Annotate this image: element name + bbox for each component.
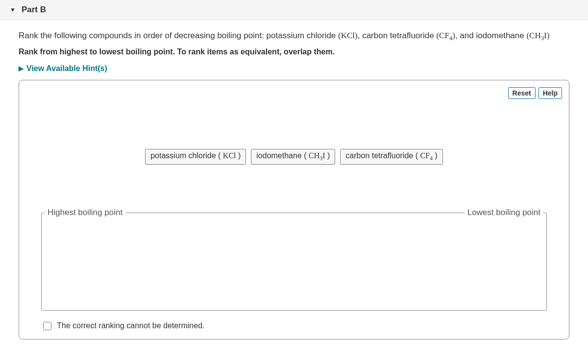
ranking-workspace: Reset Help potassium chloride ( KCl ) io… bbox=[19, 80, 569, 340]
help-button[interactable]: Help bbox=[539, 87, 562, 99]
compound-item-cf4[interactable]: carbon tetrafluoride ( CF4 ) bbox=[340, 149, 442, 165]
cannot-determine-label: The correct ranking cannot be determined… bbox=[57, 321, 205, 330]
hints-label: View Available Hint(s) bbox=[26, 64, 107, 73]
cannot-determine-checkbox[interactable] bbox=[43, 322, 51, 330]
item-close: ) bbox=[236, 151, 241, 160]
item-close: ) bbox=[433, 151, 438, 160]
collapse-icon: ▼ bbox=[10, 6, 16, 13]
ranking-instruction: Rank from highest to lowest boiling poin… bbox=[19, 48, 569, 56]
compound-item-ch3i[interactable]: iodomethane ( CH3I ) bbox=[251, 149, 335, 165]
prompt-mid2: , and iodomethane bbox=[455, 31, 527, 40]
formula-cf4-pre: (CF bbox=[436, 31, 449, 40]
item-close: ) bbox=[325, 151, 330, 160]
formula-ch3i-pre: (CH bbox=[526, 31, 540, 40]
formula-ch3i-post: I) bbox=[544, 31, 549, 40]
workspace-toolbar: Reset Help bbox=[508, 87, 562, 99]
cannot-determine-row: The correct ranking cannot be determined… bbox=[41, 320, 205, 332]
item-formula: KCl bbox=[223, 151, 236, 160]
view-hints-link[interactable]: ▶ View Available Hint(s) bbox=[19, 64, 569, 73]
prompt-intro: Rank the following compounds in order of… bbox=[19, 31, 338, 40]
zone-label-highest: Highest boiling point bbox=[45, 208, 125, 218]
compound-item-kcl[interactable]: potassium chloride ( KCl ) bbox=[145, 149, 246, 165]
item-label: potassium chloride ( bbox=[150, 151, 223, 160]
item-label: iodomethane ( bbox=[256, 151, 309, 160]
item-formula-pre: CF bbox=[420, 151, 430, 160]
content-area: Rank the following compounds in order of… bbox=[0, 20, 588, 349]
item-formula-pre: CH bbox=[309, 151, 319, 160]
part-title: Part B bbox=[22, 5, 46, 15]
zone-label-lowest: Lowest boiling point bbox=[465, 208, 543, 218]
ranking-drop-zone[interactable]: Highest boiling point Lowest boiling poi… bbox=[41, 213, 547, 311]
item-pool: potassium chloride ( KCl ) iodomethane (… bbox=[19, 149, 569, 165]
prompt-mid1: , carbon tetrafluoride bbox=[358, 31, 437, 40]
formula-kcl: (KCl) bbox=[338, 31, 358, 40]
part-header[interactable]: ▼ Part B bbox=[0, 0, 588, 20]
item-label: carbon tetrafluoride ( bbox=[345, 151, 420, 160]
reset-button[interactable]: Reset bbox=[508, 87, 536, 99]
question-prompt: Rank the following compounds in order of… bbox=[19, 29, 569, 44]
chevron-right-icon: ▶ bbox=[19, 65, 24, 72]
